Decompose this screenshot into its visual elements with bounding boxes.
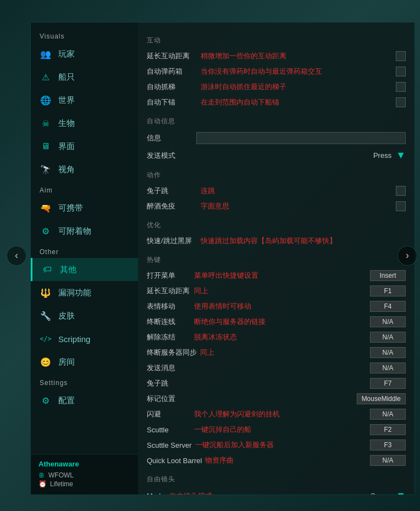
hotkey-desc-1: 同上 (194, 286, 366, 296)
hotkey-label-12: Quick Loot Barrel (147, 457, 202, 465)
sidebar-item-config[interactable]: ⚙ 配置 (31, 389, 138, 412)
freecam-mode-row: Mode 自由镜头模式 Server ▼ (147, 487, 406, 494)
hotkey-label-8: 标记位置 (147, 394, 191, 404)
scripting-icon: </> (40, 333, 52, 345)
anchor-toggle[interactable] (396, 97, 406, 107)
hotkey-label-0: 打开菜单 (147, 271, 191, 281)
hotkey-key-1[interactable]: F1 (370, 285, 406, 296)
fastload-desc: 快速跳过加载内容【岛屿加载可能不够快】 (201, 236, 406, 246)
freecam-section-header: 自由镜头 (147, 475, 406, 484)
sidebar-item-skin[interactable]: 🔧 皮肤 (31, 304, 138, 327)
sidebar-item-creatures-label: 生物 (58, 118, 75, 129)
ammo-label: 自动弹药箱 (147, 67, 196, 76)
hotkey-row-2: 表情移动 使用表情时可移动 F4 (147, 299, 406, 314)
interaction-section-header: 互动 (147, 36, 406, 45)
fastload-label: 快速/跳过黑屏 (147, 236, 196, 246)
hotkey-key-9[interactable]: N/A (370, 409, 406, 420)
hotkey-key-7[interactable]: F7 (370, 378, 406, 389)
hotkey-key-11[interactable]: F3 (370, 439, 406, 450)
ammo-desc: 当你没有弹药时自动与最近弹药箱交互 (201, 67, 396, 76)
lifetime-icon: ⏰ (38, 480, 47, 488)
nav-right-arrow[interactable]: › (397, 246, 417, 266)
hotkey-desc-9: 我个人理解为闪避剑的挂机 (194, 409, 366, 419)
hotkey-key-3[interactable]: N/A (370, 316, 406, 327)
hotkey-key-4[interactable]: N/A (370, 332, 406, 343)
sidebar-item-attach[interactable]: ⚙ 可附着物 (31, 219, 138, 243)
setting-row-extend-interact: 延长互动距离 稍微增加一些你的互动距离 (147, 48, 406, 64)
hotkey-row-3: 终断连线 断绝你与服务器的链接 N/A (147, 314, 406, 329)
extend-interact-label: 延长互动距离 (147, 51, 196, 61)
other-section-label: Other (31, 243, 138, 258)
hotkey-label-10: Scuttle (147, 426, 191, 434)
world-icon: 🌐 (40, 94, 52, 106)
hotkey-row-9: 闪避 我个人理解为闪避剑的挂机 N/A (147, 406, 406, 422)
skin-icon: 🔧 (40, 310, 52, 322)
freecam-mode-label: Mode (147, 492, 165, 494)
hotkey-key-5[interactable]: N/A (370, 347, 406, 358)
setting-row-fastload: 快速/跳过黑屏 快速跳过加载内容【岛屿加载可能不够快】 (147, 233, 406, 249)
sidebar-item-ships[interactable]: ⚠ 船只 (31, 65, 138, 89)
sidebar-item-exploit-label: 漏洞功能 (58, 288, 91, 298)
drunk-label: 醉酒免疫 (147, 201, 196, 211)
hotkey-label-4: 解除冻结 (147, 332, 191, 342)
sidebar-item-other[interactable]: 🏷 其他 (31, 258, 138, 281)
hotkey-key-10[interactable]: F2 (370, 424, 406, 435)
sidebar-item-room[interactable]: 😊 房间 (31, 350, 138, 373)
hotkey-key-6[interactable]: N/A (370, 362, 406, 373)
main-panel: Visuals 👥 玩家 ⚠ 船只 🌐 世界 ☠ 生物 🖥 界面 🔭 视角 Ai… (30, 22, 415, 495)
ships-icon: ⚠ (40, 71, 52, 83)
info-row: 信息 (147, 129, 406, 147)
sidebar-item-players-label: 玩家 (58, 49, 75, 59)
settings-section-label: Settings (31, 373, 138, 389)
ammo-toggle[interactable] (396, 67, 406, 76)
setting-row-drunk: 醉酒免疫 字面意思 (147, 199, 406, 214)
sidebar-item-attach-label: 可附着物 (58, 226, 91, 237)
setting-row-bunnyhop: 兔子跳 连跳 (147, 183, 406, 199)
lifetime-label: Lifetime (50, 480, 73, 488)
ladder-label: 自动抓梯 (147, 82, 196, 92)
hotkey-row-10: Scuttle 一键沉掉自己的船 F2 (147, 422, 406, 437)
sidebar-item-creatures[interactable]: ☠ 生物 (31, 112, 138, 135)
sidebar-item-players[interactable]: 👥 玩家 (31, 42, 138, 65)
hotkey-key-12[interactable]: N/A (370, 455, 406, 466)
hotkey-row-8: 标记位置 MouseMiddle (147, 391, 406, 406)
sidebar-item-scripting[interactable]: </> Scripting (31, 327, 138, 350)
send-mode-arrow[interactable]: ▼ (396, 150, 406, 161)
hotkey-label-5: 终断服务器同步 (147, 348, 197, 358)
ladder-toggle[interactable] (396, 82, 406, 92)
hotkey-key-0[interactable]: Insert (370, 270, 406, 281)
sidebar-item-view-label: 视角 (58, 164, 75, 175)
autoinfo-section-header: 自动信息 (147, 117, 406, 126)
freecam-mode-arrow[interactable]: ▼ (396, 490, 406, 494)
hotkey-key-2[interactable]: F4 (370, 301, 406, 312)
send-mode-label: 发送模式 (147, 151, 175, 161)
creatures-icon: ☠ (40, 117, 52, 129)
info-input[interactable] (196, 132, 406, 144)
sidebar-item-ships-label: 船只 (58, 72, 75, 83)
nav-left-arrow[interactable]: ‹ (7, 246, 26, 266)
drunk-desc: 字面意思 (201, 201, 396, 211)
hotkey-desc-11: 一键沉船后加入新服务器 (195, 440, 366, 450)
lifetime-row: ⏰ Lifetime (38, 480, 130, 488)
sidebar-item-exploit[interactable]: 🔱 漏洞功能 (31, 281, 138, 304)
sidebar-item-world[interactable]: 🌐 世界 (31, 89, 138, 112)
sidebar-item-view[interactable]: 🔭 视角 (31, 158, 138, 181)
sidebar-item-ui[interactable]: 🖥 界面 (31, 135, 138, 158)
exploit-icon: 🔱 (40, 287, 52, 299)
extend-interact-toggle[interactable] (396, 51, 406, 61)
ladder-desc: 游泳时自动抓住最近的梯子 (201, 82, 396, 92)
sidebar-item-config-label: 配置 (58, 395, 75, 406)
bunnyhop-toggle[interactable] (396, 186, 406, 196)
bunnyhop-desc: 连跳 (201, 186, 396, 196)
other-icon: 🏷 (41, 263, 53, 276)
anchor-desc: 在走到范围内自动下船锚 (201, 97, 396, 107)
hotkey-desc-0: 菜单呼出快捷键设置 (194, 271, 366, 281)
drunk-toggle[interactable] (396, 201, 406, 211)
anchor-label: 自动下锚 (147, 97, 196, 107)
hotkey-key-8[interactable]: MouseMiddle (357, 393, 406, 404)
setting-row-ammo: 自动弹药箱 当你没有弹药时自动与最近弹药箱交互 (147, 64, 406, 79)
hotkey-label-7: 兔子跳 (147, 378, 191, 388)
sidebar-item-carry[interactable]: 🔫 可携带 (31, 196, 138, 219)
sidebar-item-skin-label: 皮肤 (58, 311, 75, 321)
hotkey-row-7: 兔子跳 F7 (147, 376, 406, 391)
